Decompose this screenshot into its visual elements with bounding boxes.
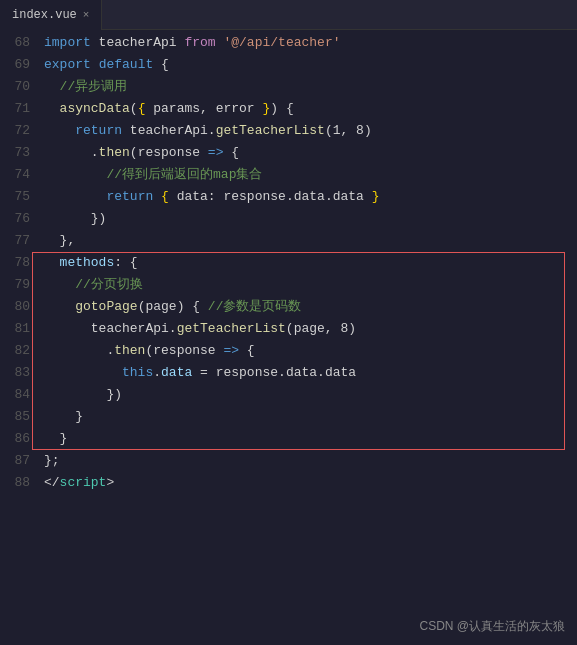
code-line: //分页切换 <box>44 274 577 296</box>
code-line: return { data: response.data.data } <box>44 186 577 208</box>
watermark: CSDN @认真生活的灰太狼 <box>419 618 565 635</box>
line-numbers: 6869707172737475767778798081828384858687… <box>0 30 38 645</box>
code-line: //异步调用 <box>44 76 577 98</box>
line-number: 79 <box>0 274 30 296</box>
code-token: => <box>208 145 224 160</box>
code-token: gotoPage <box>75 299 137 314</box>
code-token <box>44 255 60 270</box>
code-token <box>44 167 106 182</box>
line-number: 88 <box>0 472 30 494</box>
line-number: 73 <box>0 142 30 164</box>
code-token: '@/api/teacher' <box>223 35 340 50</box>
line-number: 74 <box>0 164 30 186</box>
code-token: asyncData <box>60 101 130 116</box>
code-token <box>44 79 60 94</box>
code-line: gotoPage(page) { //参数是页码数 <box>44 296 577 318</box>
code-token: import <box>44 35 91 50</box>
code-token: (response <box>145 343 223 358</box>
code-line: }, <box>44 230 577 252</box>
code-token: data <box>161 365 192 380</box>
code-token: script <box>60 475 107 490</box>
code-token: params, error <box>145 101 262 116</box>
code-token: }) <box>44 387 122 402</box>
code-token <box>44 101 60 116</box>
code-token: } <box>372 189 380 204</box>
code-token <box>44 123 75 138</box>
code-token <box>91 57 99 72</box>
code-token: = response.data.data <box>192 365 356 380</box>
tab-filename: index.vue <box>12 8 77 22</box>
line-number: 77 <box>0 230 30 252</box>
code-token <box>44 299 75 314</box>
code-token: data: response.data.data <box>169 189 372 204</box>
code-token: => <box>223 343 239 358</box>
code-line: export default { <box>44 54 577 76</box>
code-token: }; <box>44 453 60 468</box>
code-token: . <box>153 365 161 380</box>
code-token: this <box>122 365 153 380</box>
code-token: { <box>239 343 255 358</box>
code-token <box>153 189 161 204</box>
code-line: //得到后端返回的map集合 <box>44 164 577 186</box>
line-number: 78 <box>0 252 30 274</box>
tab-bar: index.vue × <box>0 0 577 30</box>
code-token: teacherApi. <box>44 321 177 336</box>
code-line: }; <box>44 450 577 472</box>
code-token: (page, 8) <box>286 321 356 336</box>
line-number: 72 <box>0 120 30 142</box>
code-token: { <box>223 145 239 160</box>
code-line: .then(response => { <box>44 340 577 362</box>
code-token: then <box>114 343 145 358</box>
code-line: }) <box>44 208 577 230</box>
code-line: .then(response => { <box>44 142 577 164</box>
code-token: return <box>106 189 153 204</box>
line-number: 75 <box>0 186 30 208</box>
code-token: }) <box>44 211 106 226</box>
code-line: }) <box>44 384 577 406</box>
code-token: ( <box>130 101 138 116</box>
code-token: . <box>44 145 99 160</box>
code-token: (1, 8) <box>325 123 372 138</box>
code-token: ) { <box>270 101 293 116</box>
code-token <box>44 189 106 204</box>
tab-close-button[interactable]: × <box>83 9 90 21</box>
code-token: </ <box>44 475 60 490</box>
code-token: return <box>75 123 122 138</box>
code-token: getTeacherList <box>177 321 286 336</box>
code-token <box>44 277 75 292</box>
code-token: { <box>153 57 169 72</box>
editor-container: index.vue × 6869707172737475767778798081… <box>0 0 577 645</box>
code-line: } <box>44 406 577 428</box>
code-line: } <box>44 428 577 450</box>
code-line: teacherApi.getTeacherList(page, 8) <box>44 318 577 340</box>
code-token: methods <box>60 255 115 270</box>
editor-tab[interactable]: index.vue × <box>0 0 102 30</box>
code-token: . <box>44 343 114 358</box>
code-line: asyncData({ params, error }) { <box>44 98 577 120</box>
code-line: </script> <box>44 472 577 494</box>
code-token: : { <box>114 255 137 270</box>
line-number: 87 <box>0 450 30 472</box>
code-token: }, <box>44 233 75 248</box>
code-token: //参数是页码数 <box>208 299 302 314</box>
code-token: export <box>44 57 91 72</box>
code-token: } <box>44 409 83 424</box>
code-token: teacherApi <box>91 35 185 50</box>
code-token: from <box>184 35 215 50</box>
code-token: //分页切换 <box>75 277 143 292</box>
code-token: > <box>106 475 114 490</box>
line-number: 71 <box>0 98 30 120</box>
code-token: (page) { <box>138 299 208 314</box>
code-line: import teacherApi from '@/api/teacher' <box>44 32 577 54</box>
code-token: default <box>99 57 154 72</box>
code-token: then <box>99 145 130 160</box>
code-lines: import teacherApi from '@/api/teacher'ex… <box>38 30 577 645</box>
line-number: 82 <box>0 340 30 362</box>
code-token: teacherApi. <box>122 123 216 138</box>
line-number: 76 <box>0 208 30 230</box>
code-line: return teacherApi.getTeacherList(1, 8) <box>44 120 577 142</box>
code-token: getTeacherList <box>216 123 325 138</box>
line-number: 85 <box>0 406 30 428</box>
line-number: 80 <box>0 296 30 318</box>
code-token: //得到后端返回的map集合 <box>106 167 262 182</box>
